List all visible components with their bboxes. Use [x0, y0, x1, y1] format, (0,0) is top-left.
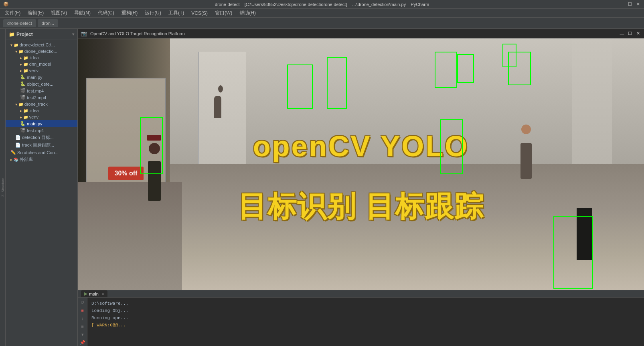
folder-icon: ▾ 📁: [15, 102, 23, 107]
opencv-window-title: OpenCV and YOLO Target Recognition Platf…: [90, 31, 185, 36]
run-pin-icon[interactable]: 📌: [79, 339, 86, 346]
run-line-1: D:\software...: [91, 300, 640, 307]
street-scene: 30% off: [78, 38, 644, 290]
project-folder-icon: 📁: [9, 32, 15, 37]
detection-box-1: [287, 64, 313, 109]
tree-idea-1[interactable]: ▸ 📁 .idea: [6, 54, 77, 61]
project-label: Project: [16, 32, 33, 37]
menu-view[interactable]: 视图(V): [48, 9, 70, 17]
tree-scratches[interactable]: ✏️ Scratches and Con...: [6, 149, 77, 156]
opencv-maximize[interactable]: ☐: [627, 31, 633, 36]
tree-label: test2.mp4: [27, 95, 46, 100]
tree-label: detection 目标...: [22, 135, 54, 141]
run-tab-bar: ▶ main ×: [78, 290, 644, 298]
py-file-icon: 🐍: [20, 74, 26, 80]
title-bar-title: drone-detect – [C:\Users\83852\Desktop\d…: [215, 2, 429, 7]
tree-test-mp4-2[interactable]: 🎬 test.mp4: [6, 127, 77, 134]
menu-edit[interactable]: 编辑(E): [24, 9, 47, 17]
tree-label: dnn_model: [29, 62, 51, 66]
tree-label: drone_detectio...: [24, 49, 57, 54]
menu-refactor[interactable]: 重构(R): [118, 9, 141, 17]
close-button[interactable]: ✕: [635, 2, 641, 7]
tree-label: .idea: [29, 108, 39, 113]
tree-label: .idea: [29, 55, 39, 60]
run-restart-icon[interactable]: ↺: [79, 299, 86, 306]
tree-detection[interactable]: 📄 detection 目标...: [6, 134, 77, 141]
detection-box-8: [502, 44, 516, 67]
tab-drone-detect[interactable]: drone-detect: [3, 19, 36, 27]
opencv-window: 📷 OpenCV and YOLO Target Recognition Pla…: [78, 29, 644, 290]
tree-label: Scratches and Con...: [17, 150, 59, 155]
run-filter-icon[interactable]: ▾: [79, 331, 86, 338]
overlay-text-opencv: openCV YOLO: [253, 130, 469, 163]
tab-label-1: drone-detect: [7, 21, 32, 26]
detection-box-9: [553, 216, 593, 289]
menu-code[interactable]: 代码(C): [95, 9, 117, 17]
folder-icon: ▸ 📁: [20, 56, 28, 60]
z-structure-bar: Z: Structure: [0, 29, 6, 346]
tree-label: test.mp4: [27, 89, 44, 93]
person-bg-1: [214, 96, 221, 118]
opencv-close[interactable]: ✕: [635, 31, 641, 36]
tree-drone-detection[interactable]: ▾ 📁 drone_detectio...: [6, 48, 77, 54]
tree-external-libs[interactable]: ▸ 📚 外部库: [6, 156, 77, 163]
bg-building-2: [572, 38, 612, 169]
tree-label: venv: [29, 68, 38, 73]
run-stop-icon[interactable]: ■: [79, 307, 86, 314]
menu-vcs[interactable]: VCS(S): [188, 10, 211, 17]
py-file-icon: 🐍: [20, 81, 26, 86]
minimize-button[interactable]: —: [619, 2, 625, 7]
left-sidewalk: [78, 182, 182, 290]
tree-test2-mp4[interactable]: 🎬 test2.mp4: [6, 94, 77, 101]
tree-main-py-2[interactable]: 🐍 main.py: [6, 120, 77, 127]
tree-test-mp4-1[interactable]: 🎬 test.mp4: [6, 87, 77, 94]
person-right-1: [520, 143, 532, 179]
menu-file[interactable]: 文件(F): [2, 9, 24, 17]
folder-icon: ▸ 📁: [20, 62, 28, 66]
tree-venv-1[interactable]: ▸ 📁 venv: [6, 67, 77, 74]
run-icon: ▶: [84, 291, 87, 296]
menu-window[interactable]: 窗口(W): [212, 9, 235, 17]
menu-tools[interactable]: 工具(T): [165, 9, 187, 17]
tree-idea-2[interactable]: ▸ 📁 .idea: [6, 107, 77, 114]
folder-icon: ▾ 📁: [15, 49, 23, 54]
run-line-3: Running ope...: [91, 314, 640, 322]
tree-drone-track[interactable]: ▾ 📁 drone_track: [6, 101, 77, 107]
tree-drone-detect-root[interactable]: ▾ 📁 drone-detect C:\...: [6, 42, 77, 48]
run-settings-icon[interactable]: ≡: [79, 323, 86, 330]
detection-box-3: [435, 52, 457, 88]
tree-dnn-model[interactable]: ▸ 📁 dnn_model: [6, 61, 77, 67]
z-structure-label: Z: Structure: [1, 176, 5, 198]
run-scroll-icon[interactable]: ↓: [79, 315, 86, 322]
tree-venv-2[interactable]: ▸ 📁 venv: [6, 114, 77, 120]
opencv-minimize[interactable]: —: [619, 31, 625, 36]
project-chevron[interactable]: ▾: [72, 32, 74, 36]
title-bar-left: 📦: [3, 2, 9, 7]
project-tree: ▾ 📁 drone-detect C:\... ▾ 📁 drone_detect…: [6, 40, 77, 346]
folder-icon: ▸ 📚: [10, 157, 18, 162]
mp4-file-icon: 🎬: [20, 128, 26, 133]
opencv-titlebar: 📷 OpenCV and YOLO Target Recognition Pla…: [78, 29, 644, 38]
bottom-panel: ▶ main × ↺ ■ ↓ ≡ ▾ 📌 D:\software... Load…: [78, 290, 644, 346]
mp4-file-icon: 🎬: [20, 88, 26, 93]
menu-run[interactable]: 运行(U): [142, 9, 164, 17]
detection-box-4: [457, 54, 474, 83]
run-output: D:\software... Loading Obj... Running op…: [87, 298, 644, 346]
project-panel: 📁 Project ▾ ▾ 📁 drone-detect C:\... ▾ 📁 …: [6, 29, 78, 346]
tree-label: main.py: [27, 121, 43, 126]
tree-object-detect[interactable]: 🐍 object_dete...: [6, 80, 77, 87]
tree-label: test.mp4: [27, 128, 44, 133]
tree-label: drone-detect C:\...: [20, 42, 55, 47]
py-file-icon: 🐍: [20, 121, 26, 126]
menu-navigate[interactable]: 导航(N): [71, 9, 94, 17]
tree-track[interactable]: 📄 track 目标跟踪...: [6, 141, 77, 149]
mp4-file-icon: 🎬: [20, 95, 26, 100]
tree-main-py-1[interactable]: 🐍 main.py: [6, 74, 77, 80]
maximize-button[interactable]: ☐: [627, 2, 633, 7]
tab-drone[interactable]: dron...: [38, 19, 58, 27]
menu-help[interactable]: 帮助(H): [236, 9, 259, 17]
run-tab-main[interactable]: ▶ main ×: [81, 290, 107, 297]
title-bar-controls: — ☐ ✕: [619, 2, 641, 7]
run-tab-close[interactable]: ×: [102, 292, 104, 296]
app-icon: 📦: [3, 2, 9, 7]
